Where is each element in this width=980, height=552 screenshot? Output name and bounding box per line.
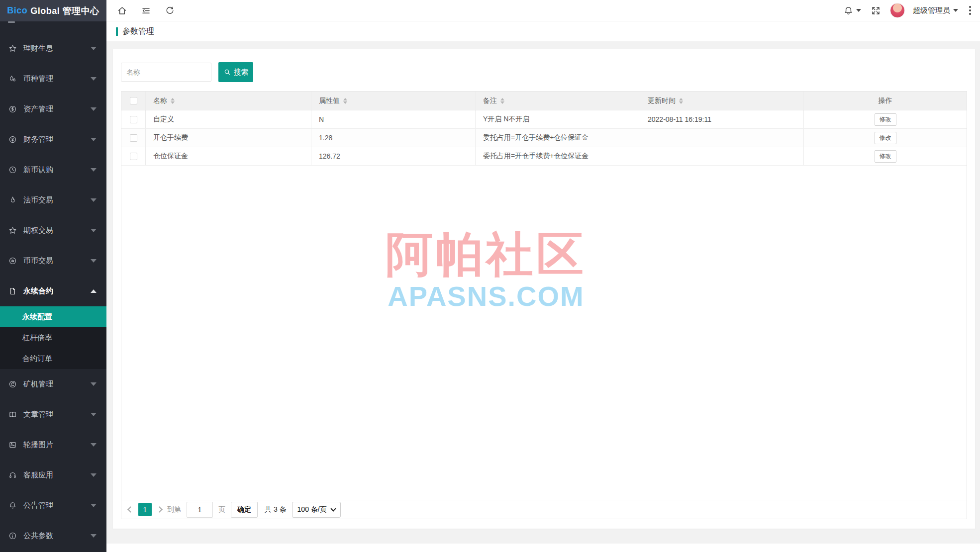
select-all-checkbox[interactable] <box>130 97 137 104</box>
header-label: 更新时间 <box>648 96 676 105</box>
select-all-cell <box>121 92 146 110</box>
sidebar-item-zichanguanli[interactable]: 资产管理 <box>0 94 106 124</box>
topbar-right: 超级管理员 <box>842 3 974 18</box>
sidebar-item-kefuyingyong[interactable]: 客服应用 <box>0 460 106 490</box>
goto-page-input[interactable] <box>187 502 213 518</box>
edit-button[interactable]: 修改 <box>875 113 896 126</box>
cell-value: N <box>311 110 476 128</box>
chevron-down-icon <box>91 77 97 81</box>
row-check-cell <box>121 147 146 165</box>
info-circle-icon <box>8 532 17 541</box>
brand-rest: Global 管理中心 <box>30 5 99 17</box>
sidebar-item-bibijiaoyi[interactable]: 币币交易 <box>0 246 106 276</box>
sidebar-item-gonggongcanshu[interactable]: 公共参数 <box>0 521 106 551</box>
sidebar-subitem-label: 杠杆倍率 <box>22 333 52 343</box>
sidebar-item-lunbotupian[interactable]: 轮播图片 <box>0 430 106 460</box>
sidebar-item-label: 公告管理 <box>23 501 53 510</box>
chevron-down-icon <box>91 534 97 538</box>
refresh-icon[interactable] <box>163 4 176 17</box>
sidebar-subitem-label: 永续配置 <box>22 312 52 322</box>
sidebar-item-wenzhangguanli[interactable]: 文章管理 <box>0 399 106 430</box>
chevron-up-icon <box>91 289 97 293</box>
scrolled-item-remnant <box>8 21 15 23</box>
sidebar-subitem-label: 合约订单 <box>22 354 52 364</box>
sidebar-item-label: 新币认购 <box>23 165 53 175</box>
chevron-down-icon <box>91 382 97 386</box>
row-checkbox[interactable] <box>130 116 137 123</box>
sidebar-item-fabijiaoyi[interactable]: 法币交易 <box>0 185 106 215</box>
page-title: 参数管理 <box>122 26 154 37</box>
sidebar-item-bizhongguanli[interactable]: 币种管理 <box>0 64 106 94</box>
header-name[interactable]: 名称 <box>146 92 311 110</box>
sidebar-item-gonggaoguanli[interactable]: 公告管理 <box>0 490 106 521</box>
exchange-circle-icon <box>8 257 17 266</box>
chevron-down-icon <box>330 506 336 511</box>
sidebar-item-qiquanjiaoyi[interactable]: 期权交易 <box>0 215 106 246</box>
table-row: 开仓手续费 1.28 委托占用=开仓手续费+仓位保证金 修改 <box>121 129 967 147</box>
page-size-select[interactable]: 100 条/页 <box>292 502 341 518</box>
chevron-down-icon <box>91 229 97 232</box>
topbar: 超级管理员 <box>106 0 980 21</box>
clock-icon <box>8 166 17 175</box>
star-icon <box>8 44 17 53</box>
sidebar-item-label: 客服应用 <box>23 470 53 480</box>
book-icon <box>8 410 17 419</box>
topbar-left-icons <box>115 4 176 17</box>
user-menu[interactable]: 超级管理员 <box>913 6 958 15</box>
header-remark[interactable]: 备注 <box>476 92 640 110</box>
prev-page-icon[interactable] <box>127 506 134 513</box>
goto-prefix-label: 到第 <box>167 505 181 514</box>
header-label: 名称 <box>153 96 167 105</box>
cell-updated <box>640 147 804 165</box>
edit-button[interactable]: 修改 <box>875 150 896 163</box>
confirm-button[interactable]: 确定 <box>231 502 258 518</box>
current-page-button[interactable]: 1 <box>138 503 152 516</box>
chevron-down-icon <box>91 107 97 111</box>
yen-circle-icon <box>8 135 17 144</box>
home-icon[interactable] <box>115 4 128 17</box>
sort-icon[interactable] <box>171 98 175 104</box>
edit-button[interactable]: 修改 <box>875 132 896 144</box>
sidebar-item-label: 财务管理 <box>23 135 53 144</box>
params-table: 名称 属性值 备注 更新时间 <box>121 91 967 519</box>
search-input[interactable] <box>121 63 211 82</box>
user-avatar[interactable] <box>890 3 905 18</box>
chevron-down-icon <box>91 138 97 141</box>
more-vertical-icon[interactable] <box>966 4 974 17</box>
sidebar-subitem-yongxupeizhi[interactable]: 永续配置 <box>0 306 106 327</box>
collapse-menu-icon[interactable] <box>139 4 152 17</box>
sidebar-subitem-ganggangbeilv[interactable]: 杠杆倍率 <box>0 327 106 348</box>
flame-icon <box>8 196 17 205</box>
sort-icon[interactable] <box>343 98 347 104</box>
total-count-label: 共 3 条 <box>265 505 287 514</box>
sidebar-item-licaishengxi[interactable]: 理财生息 <box>0 33 106 64</box>
header-value[interactable]: 属性值 <box>311 92 476 110</box>
cell-name: 开仓手续费 <box>146 129 311 147</box>
sidebar-item-yongxuheyue[interactable]: 永续合约 <box>0 276 106 306</box>
fullscreen-icon[interactable] <box>869 4 882 17</box>
cell-value: 126.72 <box>311 147 476 165</box>
sidebar-item-xinbirengou[interactable]: 新币认购 <box>0 155 106 185</box>
cell-remark: 委托占用=开仓手续费+仓位保证金 <box>476 129 640 147</box>
row-check-cell <box>121 110 146 128</box>
chevron-down-icon <box>91 473 97 477</box>
notifications-dropdown[interactable] <box>842 4 861 17</box>
drops-icon <box>8 75 17 84</box>
header-updated[interactable]: 更新时间 <box>640 92 804 110</box>
search-button[interactable]: 搜索 <box>218 62 253 82</box>
sidebar-item-label: 币币交易 <box>23 256 53 266</box>
headset-icon <box>8 471 17 480</box>
sort-icon[interactable] <box>679 98 683 104</box>
row-checkbox[interactable] <box>130 153 137 160</box>
miner-circle-icon <box>8 380 17 389</box>
chevron-down-icon <box>91 168 97 172</box>
sidebar-item-kuangjiguanli[interactable]: 矿机管理 <box>0 369 106 399</box>
next-page-icon[interactable] <box>156 506 163 513</box>
row-checkbox[interactable] <box>130 134 137 142</box>
sidebar-subitem-heyuedingdan[interactable]: 合约订单 <box>0 348 106 369</box>
pagination-bar: 1 到第 页 确定 共 3 条 100 条/页 <box>121 500 967 519</box>
goto-suffix-label: 页 <box>218 505 225 514</box>
chevron-down-icon <box>91 198 97 202</box>
sort-icon[interactable] <box>500 98 504 104</box>
sidebar-item-caiwuguanli[interactable]: 财务管理 <box>0 124 106 155</box>
